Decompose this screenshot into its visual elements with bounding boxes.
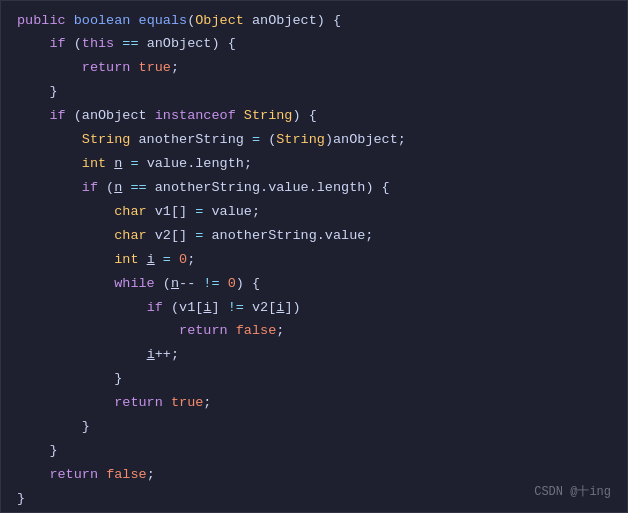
line-7: int n = value.length; <box>1 153 627 177</box>
keyword-return2: return <box>179 321 228 342</box>
line-15: i ++; <box>1 344 627 368</box>
line-8: if ( n == anotherString.value.length) { <box>1 176 627 200</box>
keyword-boolean: boolean <box>74 11 131 32</box>
keyword-if2: if <box>49 106 65 127</box>
keyword-if3: if <box>82 178 98 199</box>
type-int1: int <box>82 154 106 175</box>
keyword-return4: return <box>49 465 98 486</box>
line-10: char v2[] = anotherString.value; <box>1 224 627 248</box>
keyword-return1: return <box>82 58 131 79</box>
keyword-this: this <box>82 34 114 55</box>
method-name: equals <box>139 11 188 32</box>
line-14: return false ; <box>1 320 627 344</box>
line-1: public boolean equals ( Object anObject)… <box>1 9 627 33</box>
line-5: if (anObject instanceof String ) { <box>1 105 627 129</box>
type-char2: char <box>114 226 146 247</box>
line-13: if (v1[ i ] != v2[ i ]) <box>1 296 627 320</box>
keyword-if4: if <box>147 298 163 319</box>
line-2: if ( this == anObject) { <box>1 33 627 57</box>
keyword-return3: return <box>114 393 163 414</box>
type-char1: char <box>114 202 146 223</box>
code-block: public boolean equals ( Object anObject)… <box>0 0 628 513</box>
line-3: return true ; <box>1 57 627 81</box>
line-6: String anotherString = ( String )anObjec… <box>1 129 627 153</box>
keyword-if: if <box>49 34 65 55</box>
line-20: return false ; <box>1 464 627 488</box>
line-9: char v1[] = value; <box>1 200 627 224</box>
line-18: } <box>1 416 627 440</box>
line-11: int i = 0 ; <box>1 248 627 272</box>
keyword-instanceof: instanceof <box>155 106 236 127</box>
line-17: return true ; <box>1 392 627 416</box>
watermark-text: CSDN @十ing <box>534 483 611 500</box>
line-21: } <box>1 487 627 511</box>
keyword-public: public <box>17 11 66 32</box>
keyword-while: while <box>114 274 155 295</box>
line-12: while ( n -- != 0 ) { <box>1 272 627 296</box>
line-4: } <box>1 81 627 105</box>
line-19: } <box>1 440 627 464</box>
param-type: Object <box>195 11 244 32</box>
line-16: } <box>1 368 627 392</box>
type-int2: int <box>114 250 138 271</box>
